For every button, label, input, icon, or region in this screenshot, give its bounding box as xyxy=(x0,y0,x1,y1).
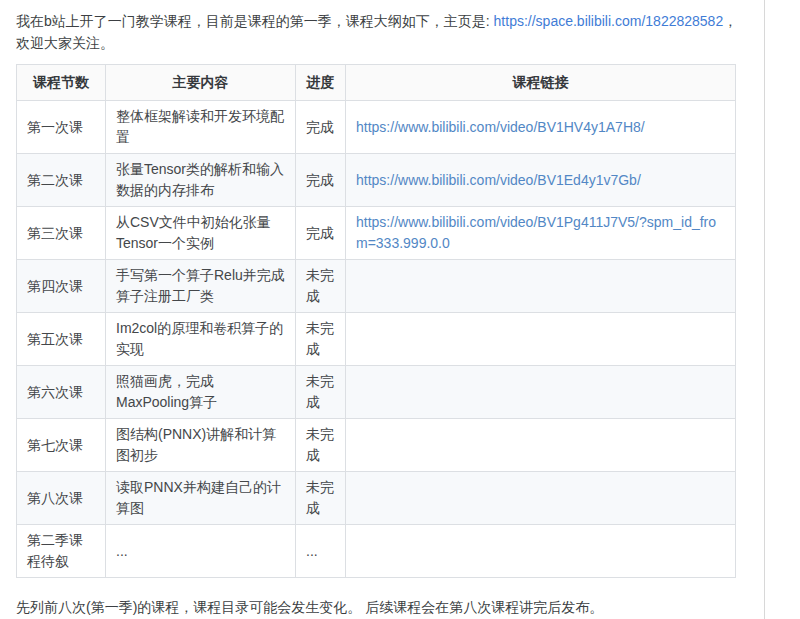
intro-text-after: 欢迎大家关注。 xyxy=(16,35,114,51)
content-cell: 整体框架解读和开发环境配置 xyxy=(106,101,296,154)
content-pane: 我在b站上开了一门教学课程，目前是课程的第一季，课程大纲如下，主页是: http… xyxy=(0,0,765,619)
table-row: 第三次课 从CSV文件中初始化张量Tensor一个实例 完成 https://w… xyxy=(17,207,736,260)
course-video-link[interactable]: https://www.bilibili.com/video/BV1HV4y1A… xyxy=(356,119,645,135)
session-cell: 第八次课 xyxy=(17,472,106,525)
table-header-row: 课程节数 主要内容 进度 课程链接 xyxy=(17,65,736,101)
session-cell: 第六次课 xyxy=(17,366,106,419)
session-cell: 第五次课 xyxy=(17,313,106,366)
progress-cell: 未完成 xyxy=(296,366,346,419)
progress-cell: 未完成 xyxy=(296,472,346,525)
progress-cell: 未完成 xyxy=(296,313,346,366)
link-cell xyxy=(346,366,736,419)
table-row: 第一次课 整体框架解读和开发环境配置 完成 https://www.bilibi… xyxy=(17,101,736,154)
session-cell: 第三次课 xyxy=(17,207,106,260)
session-cell: 第二季课程待叙 xyxy=(17,525,106,578)
progress-cell: 完成 xyxy=(296,154,346,207)
course-video-link[interactable]: https://www.bilibili.com/video/BV1Ed4y1v… xyxy=(356,172,641,188)
session-cell: 第七次课 xyxy=(17,419,106,472)
content-cell: Im2col的原理和卷积算子的实现 xyxy=(106,313,296,366)
session-cell: 第一次课 xyxy=(17,101,106,154)
table-row: 第五次课 Im2col的原理和卷积算子的实现 未完成 xyxy=(17,313,736,366)
content-cell: 手写第一个算子Relu并完成算子注册工厂类 xyxy=(106,260,296,313)
table-row: 第四次课 手写第一个算子Relu并完成算子注册工厂类 未完成 xyxy=(17,260,736,313)
content-cell: 图结构(PNNX)讲解和计算图初步 xyxy=(106,419,296,472)
table-row: 第二次课 张量Tensor类的解析和输入数据的内存排布 完成 https://w… xyxy=(17,154,736,207)
footer-note: 先列前八次(第一季)的课程，课程目录可能会发生变化。 后续课程会在第八次课程讲完… xyxy=(16,596,752,618)
link-cell xyxy=(346,313,736,366)
progress-cell: 完成 xyxy=(296,207,346,260)
content-cell: 从CSV文件中初始化张量Tensor一个实例 xyxy=(106,207,296,260)
progress-cell: 未完成 xyxy=(296,419,346,472)
table-row: 第六次课 照猫画虎，完成MaxPooling算子 未完成 xyxy=(17,366,736,419)
link-cell: https://www.bilibili.com/video/BV1Ed4y1v… xyxy=(346,154,736,207)
session-cell: 第二次课 xyxy=(17,154,106,207)
header-link: 课程链接 xyxy=(346,65,736,101)
header-session: 课程节数 xyxy=(17,65,106,101)
header-progress: 进度 xyxy=(296,65,346,101)
table-row: 第八次课 读取PNNX并构建自己的计算图 未完成 xyxy=(17,472,736,525)
link-cell: https://www.bilibili.com/video/BV1HV4y1A… xyxy=(346,101,736,154)
link-cell xyxy=(346,472,736,525)
content-cell: ... xyxy=(106,525,296,578)
intro-text-comma: ， xyxy=(723,13,737,29)
link-cell: https://www.bilibili.com/video/BV1Pg411J… xyxy=(346,207,736,260)
link-cell xyxy=(346,525,736,578)
progress-cell: ... xyxy=(296,525,346,578)
table-row: 第七次课 图结构(PNNX)讲解和计算图初步 未完成 xyxy=(17,419,736,472)
bilibili-home-link[interactable]: https://space.bilibili.com/1822828582 xyxy=(494,13,724,29)
content-cell: 照猫画虎，完成MaxPooling算子 xyxy=(106,366,296,419)
page: 我在b站上开了一门教学课程，目前是课程的第一季，课程大纲如下，主页是: http… xyxy=(0,0,800,619)
intro-paragraph: 我在b站上开了一门教学课程，目前是课程的第一季，课程大纲如下，主页是: http… xyxy=(16,0,752,54)
progress-cell: 未完成 xyxy=(296,260,346,313)
link-cell xyxy=(346,260,736,313)
intro-text-before: 我在b站上开了一门教学课程，目前是课程的第一季，课程大纲如下，主页是: xyxy=(16,13,494,29)
content-cell: 张量Tensor类的解析和输入数据的内存排布 xyxy=(106,154,296,207)
content-cell: 读取PNNX并构建自己的计算图 xyxy=(106,472,296,525)
table-row: 第二季课程待叙 ... ... xyxy=(17,525,736,578)
link-cell xyxy=(346,419,736,472)
progress-cell: 完成 xyxy=(296,101,346,154)
session-cell: 第四次课 xyxy=(17,260,106,313)
course-table: 课程节数 主要内容 进度 课程链接 第一次课 整体框架解读和开发环境配置 完成 … xyxy=(16,64,736,578)
course-video-link[interactable]: https://www.bilibili.com/video/BV1Pg411J… xyxy=(356,214,716,251)
header-content: 主要内容 xyxy=(106,65,296,101)
